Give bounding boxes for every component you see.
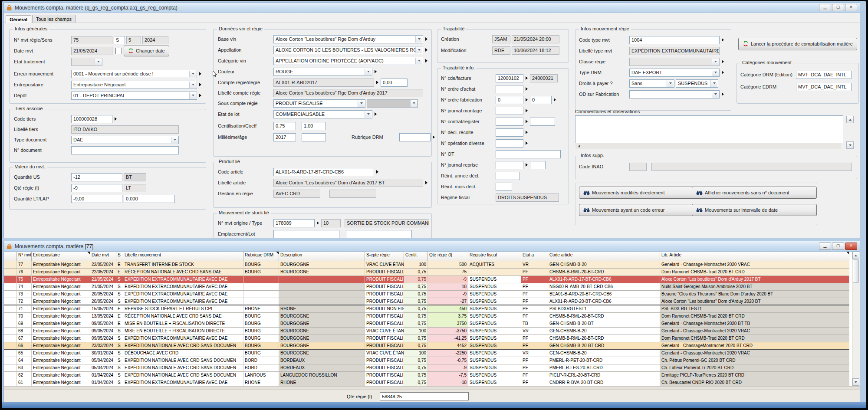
grid-cell-selc[interactable] [4,342,17,350]
code-article-field[interactable]: ALX01-R-ARD-17-BT-CRD-CB6 [273,168,374,176]
grid-cell-centil[interactable]: 0,75 [404,305,428,313]
grid-cell-description[interactable] [279,276,365,283]
grid-cell-registre[interactable]: ACQUITTES [468,261,521,269]
grid-cell-nmvt[interactable]: 66 [17,342,32,350]
grid-cell-rubrique[interactable]: BORD [243,364,279,372]
grid-cell-date[interactable]: 01/04/2024 [90,372,116,379]
grid-cell-code[interactable]: CNDRR-R-BVA-20-BT-CRD [548,379,660,386]
grid-cell-code[interactable]: ALX01-R-ARD-17-BT-CRD-CB6 [548,276,660,283]
grid-cell-entrepositaire[interactable]: Entrepositaire Négociant [32,283,90,291]
age-field[interactable] [302,133,326,141]
grid-cell-libelle[interactable]: EXPÉDITION EXTRACOMMUNAUTAIRE AVEC DAE [123,379,243,386]
reint-annee-field[interactable] [496,172,520,180]
categorie-vin-select[interactable]: APPELLATION ORIGINE PROTÉGÉE (AOP/AOC) [273,57,423,65]
contrat1-field[interactable] [496,118,523,126]
grid-header-libelle[interactable]: Libelle mouvement [123,252,243,261]
grid-cell-qte[interactable]: -4452 [428,342,468,350]
grid-cell-registre[interactable]: SUSPENDUS [468,298,521,305]
grid-cell-entrepositaire[interactable]: Entrepositaire Négociant [32,313,90,320]
grid-cell-nmvt[interactable]: 61 [17,379,32,386]
grid-cell-nmvt[interactable]: 69 [17,320,32,328]
rubrique-drm-field[interactable] [399,133,431,141]
grid-cell-registre[interactable]: CRD [468,269,521,276]
grid-cell-etat[interactable]: PF [521,269,548,276]
grid-cell-etat[interactable]: TB [521,320,548,328]
drilldown-arrow-icon[interactable] [425,48,427,52]
grid-row-62[interactable]: 62Entrepositaire Négociant01/04/2024SEXP… [4,372,852,379]
grid-cell-qte[interactable]: -18 [428,283,468,291]
drilldown-arrow-icon[interactable] [722,71,724,74]
grid-cell-rubrique[interactable] [243,283,279,291]
grid-cell-entrepositaire[interactable]: Entrepositaire Négociant [32,342,90,350]
grid-cell-centil[interactable]: 0,75 [404,357,428,364]
reint-mois-field[interactable] [496,183,512,191]
scroll-down-icon[interactable] [846,141,854,149]
grid-cell-selc[interactable] [4,269,17,276]
scroll-down-icon[interactable] [852,378,859,386]
grid-cell-description[interactable]: BOURGOGNE [279,350,365,357]
depot-select[interactable]: 01 - DEPOT PRINCIPAL [71,92,197,100]
drilldown-arrow-icon[interactable] [722,92,724,96]
drilldown-arrow-icon[interactable] [526,131,528,134]
grid-cell-qte[interactable]: -9 [428,291,468,298]
grid-cell-date[interactable]: 23/03/2024 [90,342,116,350]
grid-cell-s[interactable]: E [116,269,123,276]
grid-cell-registre[interactable]: SUSPENDUS [468,364,521,372]
grid-cell-s[interactable]: S [116,372,123,379]
grid-minimize-button[interactable]: ▁ [819,243,831,250]
drilldown-arrow-icon[interactable] [425,37,427,41]
grid-cell-lib[interactable]: Beaune "Clos des Theurons" Blanc Dom D'a… [660,291,849,298]
grid-row-74[interactable]: 74Entrepositaire Négociant21/05/2024SEXP… [4,283,852,291]
grid-cell-description[interactable]: BOURGOGNE [279,320,365,328]
grid-cell-libelle[interactable]: EXPÉDITION EXTRACOMMUNAUTAIRE AVEC DAE [123,276,243,283]
grid-cell-s[interactable]: S [116,350,123,357]
scroll-left-icon[interactable] [575,144,582,149]
ordre-fab1-field[interactable]: 0 [496,96,523,104]
grid-cell-description[interactable]: BOURGOGNE [279,313,365,320]
grid-cell-nmvt[interactable]: 63 [17,364,32,372]
mouvements-modifies-button[interactable]: Mouvements modifiés directement [579,187,695,199]
grid-cell-lib[interactable]: Genelard - Chassage-Montrachet 2020 VRAC [660,350,849,357]
grid-cell-entrepositaire[interactable]: Entrepositaire Négociant [32,269,90,276]
code-type-field[interactable]: 1004 [629,36,720,44]
grid-cell-description[interactable] [279,283,365,291]
grid-cell-entrepositaire[interactable]: Entrepositaire Négociant [32,298,90,305]
grid-cell-libelle[interactable]: MISE EN BOUTEILLE + FISCALISATION DIRECT… [123,320,243,328]
od-fabrication-select[interactable] [629,90,720,98]
grid-cell-description[interactable] [279,291,365,298]
drilldown-arrow-icon[interactable] [199,72,201,75]
grid-cell-date[interactable]: 30/01/2024 [90,350,116,357]
grid-cell-nmvt[interactable]: 72 [17,298,32,305]
decl-recolte-field[interactable] [496,128,523,137]
grid-cell-s[interactable]: S [116,357,123,364]
chevron-down-icon[interactable] [95,59,102,65]
grid-cell-lib[interactable]: Dom Ramonet CHSMB-Trad 2020 BT CRD [660,313,849,320]
grid-cell-registre[interactable]: SUSPENDUS [468,313,521,320]
chevron-down-icon[interactable] [358,100,365,107]
grid-cell-date[interactable]: 05/04/2024 [90,364,116,372]
grid-hscrollbar[interactable] [4,386,860,390]
etat-lot-select[interactable]: COMMERCIALISABLE [273,110,372,118]
grid-cell-code[interactable]: PMERL-R-PET-20-BT-CRD [548,357,660,364]
scroll-up-icon[interactable] [846,116,854,123]
grid-cell-qte[interactable]: -0,75 [428,357,468,364]
grid-cell-registre[interactable]: SUSPENDUS [468,372,521,379]
grid-cell-entrepositaire[interactable]: Entrepositaire Négociant [32,328,90,335]
grid-cell-centil[interactable]: 100 [404,328,428,335]
millesime-field[interactable]: 2017 [273,133,296,141]
grid-cell-etat[interactable]: VR [521,350,548,357]
grid-cell-s[interactable]: E [116,261,123,269]
chevron-down-icon[interactable] [365,69,372,75]
grid-cell-entrepositaire[interactable]: Entrepositaire Négociant [32,320,90,328]
grid-cell-etat[interactable]: VR [521,328,548,335]
drilldown-arrow-icon[interactable] [433,135,435,139]
grid-cell-nmvt[interactable]: 67 [17,335,32,342]
num-document-field[interactable] [71,146,179,154]
grid-cell-lib[interactable]: Genelard - Chassage-Montrachet 2020 VRAC [660,328,849,335]
etat-traitement-select[interactable] [71,58,102,66]
grid-cell-s[interactable]: S [116,283,123,291]
drilldown-arrow-icon[interactable] [376,170,378,174]
grid-cell-description[interactable]: BORDEAUX [279,364,365,372]
grid-cell-lib[interactable]: Ermitage PICLP-TourPierres 2020 BT CRD [660,372,849,379]
grid-cell-etat[interactable]: PF [521,313,548,320]
